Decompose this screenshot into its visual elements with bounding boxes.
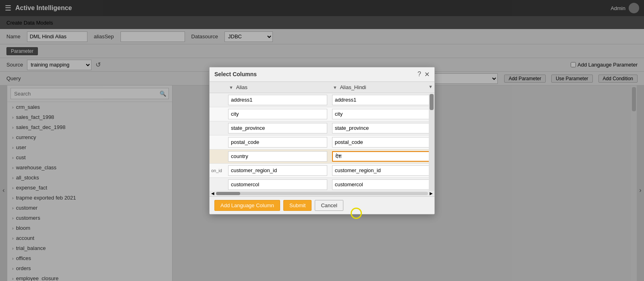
alias-hindi-input[interactable] [332,151,432,162]
alias-hindi-input[interactable] [332,165,432,176]
table-row: on_id [210,163,434,177]
alias-cell [226,107,330,121]
table-row [210,177,434,191]
modal-header-actions: ? ✕ [418,71,430,78]
cancel-button[interactable]: Cancel [315,200,343,211]
alias-input[interactable] [228,123,327,133]
alias-input[interactable] [228,137,327,148]
alias-input[interactable] [228,151,327,162]
columns-table: ▼ Alias ▼ Alias_Hindi ▼ on_id [210,82,434,191]
alias-cell [226,177,330,191]
modal-body: ▼ Alias ▼ Alias_Hindi ▼ on_id [210,82,434,196]
alias-hindi-cell [330,93,434,107]
alias-input[interactable] [228,109,327,119]
alias-hindi-input[interactable] [332,123,432,133]
alias-hindi-cell [330,163,434,177]
row-prefix [210,177,226,191]
alias-cell [226,121,330,135]
h-scroll-area: ◀ ▶ [210,191,434,196]
alias-filter-icon: ▼ [229,85,233,90]
row-prefix [210,135,226,149]
modal-overlay: Select Columns ? ✕ ▼ Alias [0,0,644,281]
row-prefix [210,93,226,107]
modal-vscroll-thumb [430,94,434,110]
table-row [210,107,434,121]
alias-input[interactable] [228,95,327,105]
table-row [210,135,434,149]
h-scroll-track [216,192,428,195]
table-row [210,93,434,107]
alias-input[interactable] [228,179,327,190]
alias-hindi-cell [330,177,434,191]
alias-hindi-cell [330,149,434,163]
modal-title: Select Columns [214,71,257,77]
col-alias-header: ▼ Alias [226,82,330,93]
submit-button[interactable]: Submit [283,200,312,211]
alias-hindi-filter-icon: ▼ [333,85,337,90]
row-prefix: on_id [210,163,226,177]
row-prefix [210,121,226,135]
alias-cell [226,163,330,177]
col-alias-hindi-header: ▼ Alias_Hindi ▼ [330,82,434,93]
add-language-column-button[interactable]: Add Language Column [214,200,280,211]
select-columns-modal: Select Columns ? ✕ ▼ Alias [209,67,435,214]
h-scroll-left[interactable]: ◀ [211,191,214,196]
col-extra-filter: ▼ [428,84,433,89]
alias-hindi-input[interactable] [332,179,432,190]
row-prefix [210,149,226,163]
modal-footer: Add Language Column Submit Cancel [210,196,434,214]
modal-vscroll [429,94,434,191]
modal-close-icon[interactable]: ✕ [424,71,430,78]
alias-cell [226,149,330,163]
modal-help-icon[interactable]: ? [418,71,421,78]
table-wrapper: ▼ Alias ▼ Alias_Hindi ▼ on_id [210,82,434,191]
alias-hindi-cell [330,135,434,149]
alias-hindi-cell [330,121,434,135]
table-row [210,121,434,135]
alias-hindi-input[interactable] [332,95,432,105]
h-scroll-thumb [216,192,240,195]
alias-hindi-input[interactable] [332,137,432,148]
row-prefix [210,107,226,121]
alias-cell [226,93,330,107]
alias-hindi-input[interactable] [332,109,432,119]
modal-header: Select Columns ? ✕ [210,67,434,82]
alias-input[interactable] [228,165,327,176]
modal-table-body: on_id [210,93,434,191]
h-scroll-right[interactable]: ▶ [430,191,433,196]
table-row [210,149,434,163]
alias-hindi-cell [330,107,434,121]
alias-cell [226,135,330,149]
